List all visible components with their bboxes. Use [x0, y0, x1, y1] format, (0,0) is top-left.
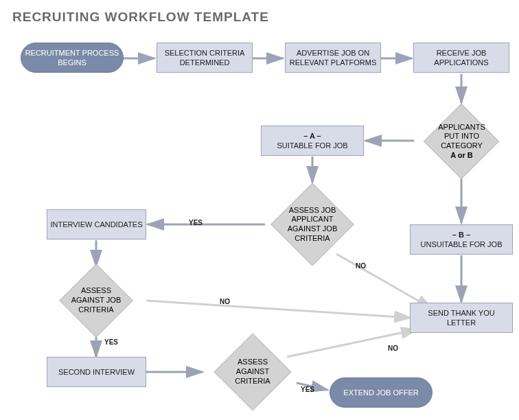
- unsuitable-line1: – B –: [452, 231, 470, 239]
- assess1-line1: ASSESS JOB: [289, 206, 336, 214]
- categorize-line4: A or B: [450, 151, 473, 159]
- label-assess3-yes: YES: [301, 386, 314, 393]
- assess1-line2: APPLICANT: [291, 215, 333, 223]
- assess2-line1: ASSESS: [81, 286, 111, 294]
- svg-line-8: [336, 254, 432, 309]
- node-assess2: ASSESS AGAINST JOB CRITERIA: [55, 278, 137, 323]
- label-assess1-yes: YES: [189, 219, 203, 226]
- label-assess1-no: NO: [356, 262, 366, 270]
- svg-line-14: [287, 329, 417, 357]
- assess1-line3: AGAINST JOB: [288, 224, 338, 233]
- assess3-line2: AGAINST: [236, 367, 269, 375]
- node-unsuitable: – B – UNSUITABLE FOR JOB: [410, 224, 513, 255]
- assess2-line3: CRITERIA: [78, 305, 113, 314]
- node-offer: EXTEND JOB OFFER: [330, 377, 432, 408]
- suitable-line2: SUITABLE FOR JOB: [277, 141, 347, 150]
- categorize-line2: PUT INTO: [444, 132, 479, 140]
- node-suitable: – A – SUITABLE FOR JOB: [261, 126, 364, 156]
- unsuitable-line2: UNSUITABLE FOR JOB: [421, 240, 503, 249]
- flowchart-canvas: RECRUITMENT PROCESS BEGINS SELECTION CRI…: [0, 0, 519, 420]
- node-interview: INTERVIEW CANDIDATES: [47, 209, 146, 240]
- node-second-interview: SECOND INTERVIEW: [47, 357, 146, 387]
- node-receive: RECEIVE JOB APPLICATIONS: [413, 43, 509, 73]
- node-criteria: SELECTION CRITERIA DETERMINED: [157, 43, 253, 73]
- assess3-line1: ASSESS: [238, 358, 268, 366]
- label-assess2-no: NO: [220, 298, 230, 305]
- suitable-line1: – A –: [303, 132, 321, 140]
- node-categorize: APPLICANTS PUT INTO CATEGORY A or B: [419, 117, 505, 166]
- label-assess3-no: NO: [388, 345, 398, 352]
- node-assess3: ASSESS AGAINST CRITERIA: [211, 350, 294, 394]
- node-assess1: ASSESS JOB APPLICANT AGAINST JOB CRITERI…: [271, 199, 354, 250]
- assess1-line4: CRITERIA: [295, 234, 330, 242]
- categorize-line3: CATEGORY: [441, 141, 483, 150]
- node-start: RECRUITMENT PROCESS BEGINS: [21, 43, 124, 73]
- label-assess2-yes: YES: [104, 338, 118, 346]
- assess2-line2: AGAINST JOB: [71, 296, 122, 304]
- assess3-line3: CRITERIA: [235, 377, 270, 385]
- node-thankyou: SEND THANK YOU LETTER: [410, 303, 513, 333]
- svg-line-11: [146, 301, 411, 318]
- node-advertise: ADVERTISE JOB ON RELEVANT PLATFORMS: [285, 43, 381, 73]
- categorize-line1: APPLICANTS: [438, 123, 485, 131]
